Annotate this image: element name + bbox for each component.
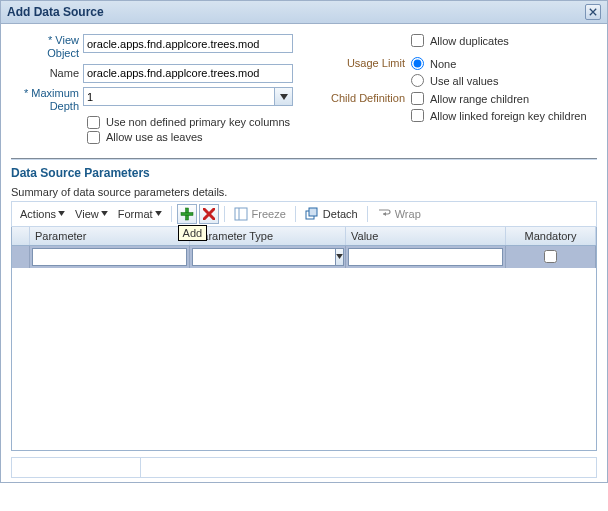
wrap-icon [377,207,391,221]
grid-header-mandatory[interactable]: Mandatory [506,227,596,245]
close-icon [589,8,597,16]
toolbar-separator [224,206,225,222]
allow-range-children-checkbox[interactable] [411,92,424,105]
cell-value [346,246,506,268]
add-button[interactable]: Add [177,204,197,224]
titlebar: Add Data Source [1,1,607,24]
parameter-type-select[interactable] [192,248,343,266]
wrap-button[interactable]: Wrap [373,205,425,223]
chevron-down-icon [58,211,65,216]
delete-button[interactable] [199,204,219,224]
use-non-defined-pk-checkbox[interactable] [87,116,100,129]
cell-mandatory [506,246,596,268]
toolbar-view-menu[interactable]: View [71,206,112,222]
parameters-toolbar: Actions View Format Add [11,201,597,227]
toolbar-actions-menu[interactable]: Actions [16,206,69,222]
grid-header: Parameter Parameter Type Value Mandatory [12,227,596,246]
footer-cell-right [141,458,597,478]
toolbar-separator [171,206,172,222]
parameter-type-input[interactable] [192,248,336,266]
label-child-definition: Child Definition [331,92,411,104]
max-depth-spinner[interactable] [83,87,293,106]
close-button[interactable] [585,4,601,20]
detach-icon [305,207,319,221]
svg-rect-2 [235,208,247,220]
allow-linked-fk-row: Allow linked foreign key children [411,109,587,122]
value-input[interactable] [348,248,503,266]
grid-header-rowselector [12,227,30,245]
parameters-grid: Parameter Parameter Type Value Mandatory [11,227,597,451]
chevron-down-icon [280,94,288,100]
name-input[interactable] [83,64,293,83]
freeze-button[interactable]: Freeze [230,205,290,223]
usage-limit-useall-radio[interactable] [411,74,424,87]
mandatory-checkbox[interactable] [544,250,557,263]
allow-duplicates-checkbox[interactable] [411,34,424,47]
toolbar-format-menu[interactable]: Format [114,206,166,222]
row-name: Name [11,62,301,84]
plus-icon [180,207,194,221]
cell-parameter-type [190,246,346,268]
row-selector[interactable] [12,246,30,268]
toolbar-separator [295,206,296,222]
view-object-input[interactable] [83,34,293,53]
add-tooltip: Add [178,225,208,241]
allow-use-as-leaves-checkbox[interactable] [87,131,100,144]
row-use-non-defined-pk: Use non defined primary key columns [87,116,301,129]
allow-use-as-leaves-label: Allow use as leaves [106,131,203,143]
dialog-title: Add Data Source [7,5,104,19]
row-allow-use-as-leaves: Allow use as leaves [87,131,301,144]
usage-limit-none-label: None [430,58,456,70]
dialog-content: * View Object Name * Maximum Depth [1,24,607,482]
usage-limit-none-row: None [411,57,498,70]
usage-limit-useall-label: Use all values [430,75,498,87]
row-child-definition: Child Definition Allow range children Al… [331,92,597,124]
x-delete-icon [203,208,215,220]
usage-limit-useall-row: Use all values [411,74,498,87]
chevron-down-icon [336,254,343,259]
detach-button[interactable]: Detach [301,205,362,223]
usage-limit-none-radio[interactable] [411,57,424,70]
grid-header-parameter[interactable]: Parameter [30,227,190,245]
svg-rect-5 [309,208,317,216]
max-depth-input[interactable] [83,87,275,106]
label-max-depth: * Maximum Depth [11,87,83,112]
toolbar-separator [367,206,368,222]
grid-header-parameter-type[interactable]: Parameter Type [190,227,346,245]
footer-bar [11,457,597,478]
grid-header-value[interactable]: Value [346,227,506,245]
add-data-source-dialog: Add Data Source * View Object Name [0,0,608,483]
allow-range-row: Allow range children [411,92,587,105]
parameter-type-dropdown-button[interactable] [336,248,344,266]
table-row [12,246,596,268]
section-separator [11,158,597,160]
section-title: Data Source Parameters [11,166,597,180]
row-max-depth: * Maximum Depth [11,87,301,112]
section-summary: Summary of data source parameters detail… [11,186,597,198]
form-left: * View Object Name * Maximum Depth [11,34,301,146]
row-view-object: * View Object [11,34,301,59]
freeze-icon [234,207,248,221]
form-area: * View Object Name * Maximum Depth [11,34,597,146]
label-name: Name [11,67,83,80]
allow-duplicates-label: Allow duplicates [430,35,509,47]
form-right: Allow duplicates Usage Limit None Use al… [321,34,597,146]
use-non-defined-pk-label: Use non defined primary key columns [106,116,290,128]
label-view-object: * View Object [11,34,83,59]
allow-range-children-label: Allow range children [430,93,529,105]
allow-linked-fk-label: Allow linked foreign key children [430,110,587,122]
row-allow-duplicates: Allow duplicates [331,34,597,54]
row-usage-limit: Usage Limit None Use all values [331,57,597,89]
allow-linked-fk-checkbox[interactable] [411,109,424,122]
chevron-down-icon [101,211,108,216]
max-depth-dropdown-button[interactable] [275,87,293,106]
chevron-down-icon [155,211,162,216]
label-usage-limit: Usage Limit [331,57,411,69]
footer-cell-left [11,458,141,478]
svg-rect-1 [181,212,193,215]
cell-parameter [30,246,190,268]
parameter-input[interactable] [32,248,187,266]
